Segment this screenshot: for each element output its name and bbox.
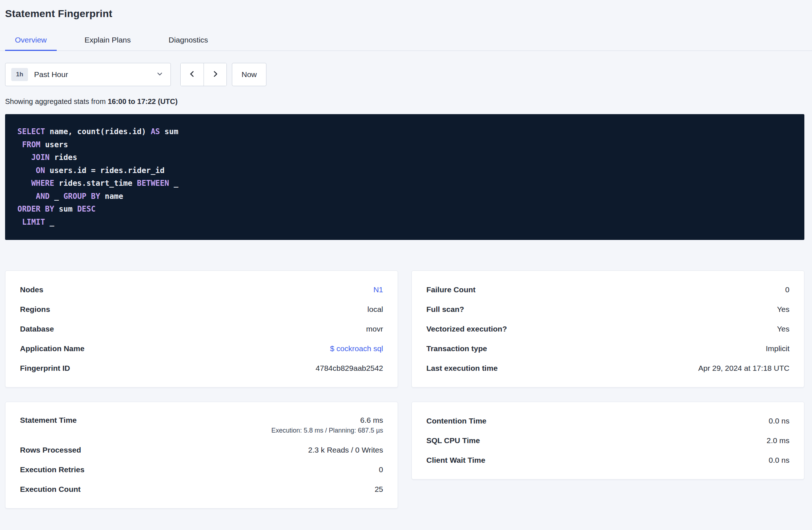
- tab-bar: Overview Explain Plans Diagnostics: [0, 30, 812, 51]
- chevron-left-icon: [188, 70, 196, 79]
- prev-interval-button[interactable]: [181, 63, 204, 86]
- fingerprint-id-label: Fingerprint ID: [20, 364, 70, 373]
- table-row: Contention Time 0.0 ns: [426, 411, 789, 431]
- time-controls: 1h Past Hour Now: [5, 63, 804, 86]
- table-row: Fingerprint ID 4784cb829aab2542: [20, 358, 383, 378]
- execution-count-label: Execution Count: [20, 485, 81, 494]
- client-wait-time-value: 0.0 ns: [769, 456, 789, 465]
- failure-count-value: 0: [785, 285, 789, 294]
- stats-line-range: 16:00 to 17:22 (UTC): [108, 97, 177, 105]
- execution-retries-value: 0: [379, 465, 383, 474]
- table-row: Client Wait Time 0.0 ns: [426, 450, 789, 470]
- regions-value: local: [367, 305, 383, 314]
- database-value: movr: [366, 325, 383, 333]
- transaction-type-label: Transaction type: [426, 344, 487, 353]
- summary-cards-row: Nodes N1 Regions local Database movr App…: [5, 270, 804, 388]
- client-wait-time-label: Client Wait Time: [426, 456, 485, 465]
- database-label: Database: [20, 325, 54, 333]
- sql-cpu-time-label: SQL CPU Time: [426, 436, 480, 445]
- last-execution-time-value: Apr 29, 2024 at 17:18 UTC: [698, 364, 789, 373]
- execution-attributes-card: Failure Count 0 Full scan? Yes Vectorize…: [411, 270, 804, 388]
- statement-time-breakdown: Execution: 5.8 ms / Planning: 687.5 µs: [271, 427, 383, 434]
- chevron-down-icon: [156, 71, 163, 79]
- table-row: SQL CPU Time 2.0 ms: [426, 431, 789, 450]
- page-title: Statement Fingerprint: [5, 8, 812, 20]
- aggregated-stats-line: Showing aggregated stats from 16:00 to 1…: [5, 97, 804, 106]
- timing-cards-row: Statement Time 6.6 ms Execution: 5.8 ms …: [5, 402, 804, 509]
- table-row: Statement Time 6.6 ms Execution: 5.8 ms …: [20, 411, 383, 440]
- interval-label: Past Hour: [34, 70, 156, 79]
- table-row: Vectorized execution? Yes: [426, 319, 789, 339]
- vectorized-label: Vectorized execution?: [426, 325, 507, 333]
- chevron-right-icon: [211, 70, 220, 79]
- last-execution-time-label: Last execution time: [426, 364, 498, 373]
- table-row: Full scan? Yes: [426, 300, 789, 319]
- sql-cpu-time-value: 2.0 ms: [767, 436, 789, 445]
- statement-time-value-group: 6.6 ms Execution: 5.8 ms / Planning: 687…: [271, 416, 383, 434]
- failure-count-label: Failure Count: [426, 285, 475, 294]
- table-row: Rows Processed 2.3 k Reads / 0 Writes: [20, 440, 383, 460]
- application-name-link[interactable]: $ cockroach sql: [330, 344, 383, 353]
- tab-explain-plans[interactable]: Explain Plans: [75, 30, 141, 51]
- nodes-label: Nodes: [20, 285, 43, 294]
- fingerprint-id-value: 4784cb829aab2542: [315, 364, 383, 373]
- nodes-link[interactable]: N1: [373, 285, 383, 294]
- table-row: Execution Retries 0: [20, 460, 383, 479]
- sql-code: SELECT name, count(rides.id) AS sum FROM…: [17, 125, 792, 229]
- table-row: Application Name $ cockroach sql: [20, 339, 383, 358]
- regions-label: Regions: [20, 305, 50, 314]
- table-row: Failure Count 0: [426, 280, 789, 300]
- interval-badge: 1h: [11, 68, 28, 81]
- statement-info-card: Nodes N1 Regions local Database movr App…: [5, 270, 398, 388]
- stats-line-prefix: Showing aggregated stats from: [5, 97, 108, 105]
- interval-pager: [180, 63, 227, 86]
- application-name-label: Application Name: [20, 344, 84, 353]
- contention-time-value: 0.0 ns: [769, 417, 789, 425]
- tab-overview[interactable]: Overview: [5, 30, 57, 51]
- execution-count-value: 25: [375, 485, 383, 494]
- rows-processed-label: Rows Processed: [20, 446, 81, 454]
- transaction-type-value: Implicit: [766, 344, 789, 353]
- rows-processed-value: 2.3 k Reads / 0 Writes: [308, 446, 383, 454]
- next-interval-button[interactable]: [204, 63, 226, 86]
- full-scan-value: Yes: [777, 305, 789, 314]
- execution-retries-label: Execution Retries: [20, 465, 84, 474]
- vectorized-value: Yes: [777, 325, 789, 333]
- now-button[interactable]: Now: [232, 63, 266, 86]
- statement-timing-card: Statement Time 6.6 ms Execution: 5.8 ms …: [5, 402, 398, 509]
- time-interval-dropdown[interactable]: 1h Past Hour: [5, 63, 171, 86]
- table-row: Execution Count 25: [20, 479, 383, 499]
- table-row: Database movr: [20, 319, 383, 339]
- wait-time-card: Contention Time 0.0 ns SQL CPU Time 2.0 …: [411, 402, 804, 479]
- statement-time-value: 6.6 ms: [360, 416, 383, 425]
- sql-statement-box: SELECT name, count(rides.id) AS sum FROM…: [5, 114, 804, 240]
- full-scan-label: Full scan?: [426, 305, 464, 314]
- page-content: 1h Past Hour Now Showing aggregated stat…: [0, 63, 812, 509]
- statement-time-label: Statement Time: [20, 416, 77, 425]
- table-row: Last execution time Apr 29, 2024 at 17:1…: [426, 358, 789, 378]
- table-row: Nodes N1: [20, 280, 383, 300]
- tab-diagnostics[interactable]: Diagnostics: [159, 30, 218, 51]
- table-row: Transaction type Implicit: [426, 339, 789, 358]
- table-row: Regions local: [20, 300, 383, 319]
- contention-time-label: Contention Time: [426, 417, 486, 425]
